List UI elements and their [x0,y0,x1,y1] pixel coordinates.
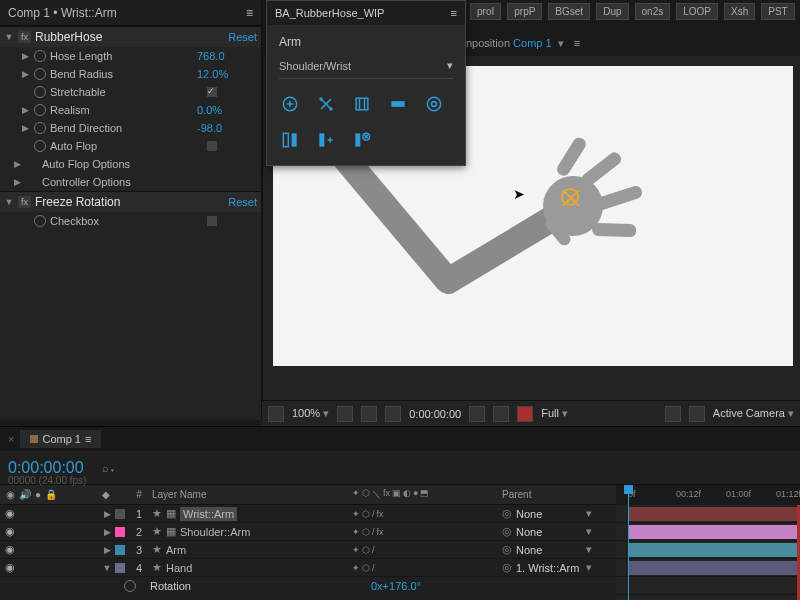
transparency-grid-icon[interactable] [689,406,705,422]
parent-dropdown[interactable]: None [502,525,592,538]
chevron-down-icon[interactable]: ▾ [558,37,564,50]
visibility-toggle[interactable]: ◉ [4,525,16,538]
script-button-dup[interactable]: Dup [596,3,628,20]
property-checkbox[interactable] [207,216,217,226]
channel-icon[interactable] [517,406,533,422]
twisty-icon[interactable]: ▶ [20,123,30,133]
playhead[interactable] [628,485,629,600]
layer-color-chip[interactable] [115,545,125,555]
current-time[interactable]: 0:00:00:00 [409,408,461,420]
stopwatch-icon[interactable] [34,140,46,152]
safe-zones-icon[interactable] [337,406,353,422]
effect-header[interactable]: ▼ fx Freeze Rotation Reset [0,192,261,212]
twisty-icon[interactable]: ▶ [102,509,112,519]
label-column-icon[interactable]: ◆ [102,489,110,500]
stopwatch-icon[interactable] [34,68,46,80]
script-button-pst[interactable]: PST [761,3,794,20]
layer-number-header[interactable]: # [126,489,152,500]
reset-link[interactable]: Reset [228,196,257,208]
timeline-tab[interactable]: Comp 1 ≡ [20,430,101,448]
visibility-toggle[interactable]: ◉ [4,561,16,574]
panel-menu-icon[interactable]: ≡ [451,7,457,19]
twisty-icon[interactable]: ▼ [4,32,14,42]
add-hose-icon[interactable] [279,93,301,115]
comp-breadcrumb[interactable]: nposition Comp 1 [466,37,552,49]
twisty-icon[interactable]: ▶ [102,527,112,537]
timeline-track-area[interactable]: 0f 00:12f 01:00f 01:12f [616,485,800,600]
panel-menu-icon[interactable]: ≡ [574,37,580,49]
link-hose-icon[interactable] [315,93,337,115]
layer-color-chip[interactable] [115,509,125,519]
camera-dropdown[interactable]: Active Camera [713,407,794,420]
parent-dropdown[interactable]: 1. Wrist::Arm [502,561,592,574]
fx-badge[interactable]: fx [18,31,31,43]
stopwatch-icon[interactable] [34,50,46,62]
reset-link[interactable]: Reset [228,31,257,43]
stopwatch-icon[interactable] [34,215,46,227]
property-checkbox[interactable] [207,87,217,97]
grid-icon[interactable] [361,406,377,422]
visibility-toggle[interactable]: ◉ [4,507,16,520]
property-value[interactable]: 12.0% [197,68,261,80]
script-panel-tab[interactable]: BA_RubberHose_WIP ≡ [267,1,465,25]
time-ruler[interactable]: 0f 00:12f 01:00f 01:12f [616,485,800,505]
layer-name-header[interactable]: Layer Name [152,489,352,500]
script-button-xsh[interactable]: Xsh [724,3,755,20]
layer-switches[interactable]: ✦⬡/fx [352,509,502,519]
layer-name-text[interactable]: Hand [166,562,192,574]
twisty-icon[interactable]: ▼ [4,197,14,207]
twisty-icon[interactable]: ▶ [20,105,30,115]
layer-name-text[interactable]: Wrist::Arm [180,507,237,521]
script-button-prpp[interactable]: prpP [507,3,542,20]
script-button-loop[interactable]: LOOP [676,3,718,20]
speaker-column-icon[interactable]: 🔊 [19,489,31,500]
mask-icon[interactable] [385,406,401,422]
layer-switches[interactable]: ✦⬡/ [352,545,502,555]
align-a-icon[interactable] [279,129,301,151]
layer-switches[interactable]: ✦⬡/fx [352,527,502,537]
property-value[interactable]: 768.0 [197,50,261,62]
parent-header[interactable]: Parent [502,489,592,500]
delete-hose-icon[interactable] [351,129,373,151]
show-snapshot-icon[interactable] [493,406,509,422]
wrist-controller[interactable] [561,188,579,206]
panel-menu-icon[interactable]: ≡ [246,6,253,20]
property-value[interactable]: -98.0 [197,122,261,134]
zoom-dropdown[interactable]: 100% [292,407,329,420]
layer-color-chip[interactable] [115,527,125,537]
stopwatch-icon[interactable] [34,86,46,98]
property-value[interactable]: 0.0% [197,104,261,116]
property-checkbox[interactable] [207,141,217,151]
twisty-icon[interactable]: ▼ [102,563,112,573]
script-button-on2s[interactable]: on2s [635,3,671,20]
script-button-bgset[interactable]: BGset [548,3,590,20]
bend-hose-icon[interactable] [387,93,409,115]
eye-column-icon[interactable]: ◉ [6,489,15,500]
width-hose-icon[interactable] [351,93,373,115]
align-b-icon[interactable] [315,129,337,151]
layer-switches[interactable]: ✦⬡/ [352,563,502,573]
controller-names-dropdown[interactable]: Shoulder/Wrist ▾ [279,59,453,79]
magnification-icon[interactable] [268,406,284,422]
twisty-icon[interactable]: ▶ [12,177,22,187]
script-button-proi[interactable]: proI [470,3,501,20]
current-timecode[interactable]: 0:00:00:00 [8,459,84,477]
hose-name-field[interactable]: Arm [279,35,453,49]
search-icon[interactable]: ⌕▾ [102,462,116,474]
snapshot-icon[interactable] [469,406,485,422]
solo-column-icon[interactable]: ● [35,489,41,500]
target-hose-icon[interactable] [423,93,445,115]
stopwatch-icon[interactable] [124,580,136,592]
twisty-icon[interactable]: ▶ [20,51,30,61]
visibility-toggle[interactable]: ◉ [4,543,16,556]
stopwatch-icon[interactable] [34,104,46,116]
parent-dropdown[interactable]: None [502,507,592,520]
layer-name-text[interactable]: Arm [166,544,186,556]
close-tab-icon[interactable]: × [8,433,14,445]
stopwatch-icon[interactable] [34,122,46,134]
layer-name-text[interactable]: Shoulder::Arm [180,526,250,538]
panel-menu-icon[interactable]: ≡ [85,433,91,445]
property-value[interactable]: 0x+176.0° [371,580,421,592]
twisty-icon[interactable]: ▶ [102,545,112,555]
region-icon[interactable] [665,406,681,422]
